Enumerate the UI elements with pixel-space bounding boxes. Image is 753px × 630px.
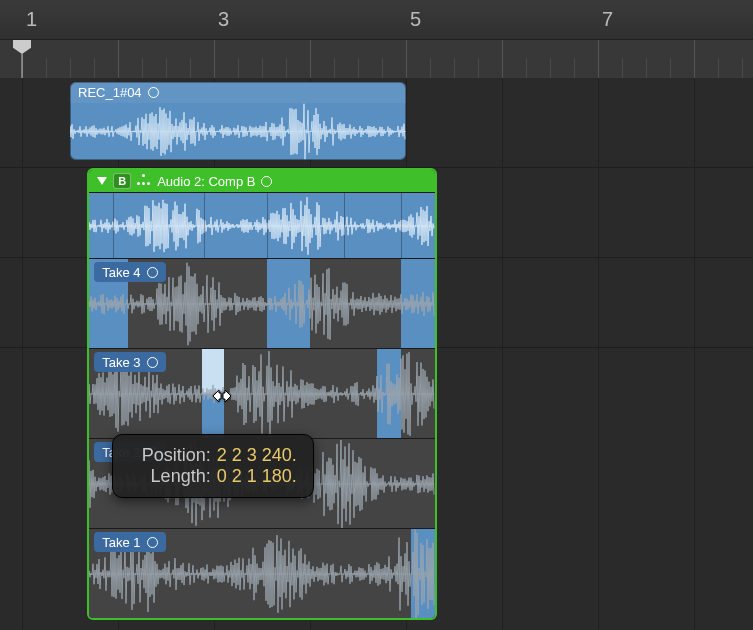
take-row[interactable]: Take 1	[89, 528, 435, 618]
take-folder-header[interactable]: BAudio 2: Comp B	[89, 170, 435, 192]
comp-badge[interactable]: B	[113, 173, 131, 189]
timeline-ruler[interactable]: 1357	[0, 0, 753, 78]
take-label[interactable]: Take 4	[94, 262, 165, 282]
take-row[interactable]: Take 4	[89, 258, 435, 348]
ruler-bar-numbers[interactable]: 1357	[0, 0, 753, 40]
loop-icon	[147, 267, 158, 278]
loop-icon	[147, 357, 158, 368]
comp-title: Audio 2: Comp B	[157, 174, 255, 189]
tooltip-length-label: Length:	[129, 466, 211, 487]
tooltip-position-value: 2 2 3 240.	[217, 445, 297, 465]
quick-swipe-icon[interactable]	[137, 174, 151, 188]
loop-icon	[148, 87, 159, 98]
ruler-bar-label: 5	[410, 8, 421, 31]
tooltip-length-value: 0 2 1 180.	[217, 466, 297, 486]
tooltip-position-label: Position:	[129, 445, 211, 466]
region-waveform	[70, 103, 406, 160]
ruler-bar-label: 1	[26, 8, 37, 31]
ruler-bar-label: 3	[218, 8, 229, 31]
disclosure-triangle-icon[interactable]	[97, 177, 107, 185]
take-row[interactable]: Take 3	[89, 348, 435, 438]
take-label[interactable]: Take 3	[94, 352, 165, 372]
take-name: Take 3	[102, 355, 140, 370]
tracks-area[interactable]: REC_1#04BAudio 2: Comp BTake 4Take 3Take…	[0, 78, 753, 630]
take-label[interactable]: Take 1	[94, 532, 165, 552]
take-name: Take 4	[102, 265, 140, 280]
position-tooltip: Position:2 2 3 240.Length:0 2 1 180.	[112, 434, 314, 498]
region-name: REC_1#04	[78, 85, 142, 100]
take-name: Take 1	[102, 535, 140, 550]
audio-region[interactable]: REC_1#04	[70, 82, 406, 160]
comp-row[interactable]	[89, 192, 435, 258]
take-folder[interactable]: BAudio 2: Comp BTake 4Take 3Take 2Take 1	[87, 168, 437, 620]
region-header[interactable]: REC_1#04	[70, 82, 406, 103]
ruler-ticks[interactable]	[0, 40, 753, 78]
loop-icon	[261, 176, 272, 187]
ruler-bar-label: 7	[602, 8, 613, 31]
loop-icon	[147, 537, 158, 548]
